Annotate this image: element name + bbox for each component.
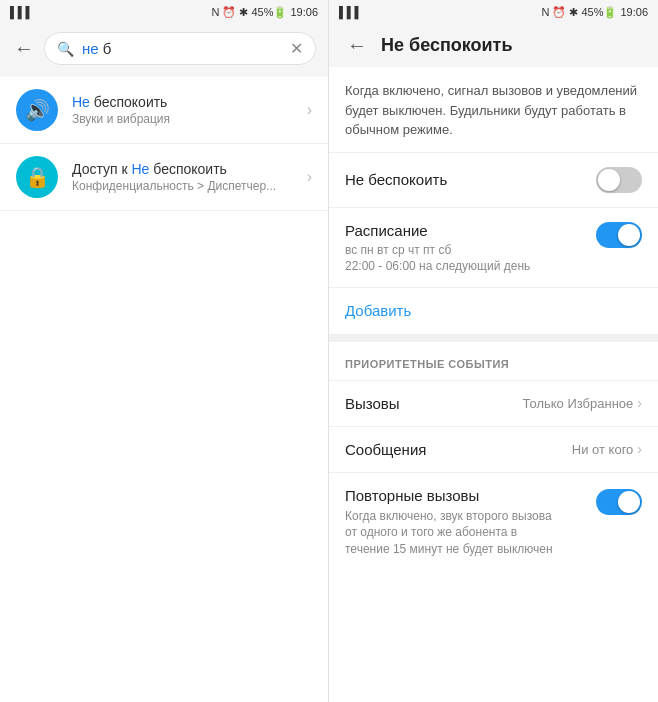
result-prefix-2: Доступ к bbox=[72, 161, 131, 177]
toggle-knob-1 bbox=[598, 169, 620, 191]
result-highlight-1: Не bbox=[72, 94, 94, 110]
alarm-icon: ⏰ bbox=[222, 6, 236, 19]
priority-section-header: ПРИОРИТЕТНЫЕ СОБЫТИЯ bbox=[329, 342, 658, 381]
right-status-icons: N ⏰ ✱ 45%🔋 19:06 bbox=[541, 6, 648, 19]
nfc-icon: N bbox=[211, 6, 219, 18]
result-icon-2: 🔒 bbox=[16, 156, 58, 198]
section-header-text: ПРИОРИТЕТНЫЕ СОБЫТИЯ bbox=[345, 358, 509, 370]
schedule-row[interactable]: Расписание вс пн вт ср чт пт сб 22:00 - … bbox=[329, 208, 658, 288]
messages-label: Сообщения bbox=[345, 441, 426, 458]
result-rest-2: беспокоить bbox=[153, 161, 227, 177]
bluetooth-icon: ✱ bbox=[239, 6, 248, 19]
result-icon-1: 🔊 bbox=[16, 89, 58, 131]
search-icon: 🔍 bbox=[57, 41, 74, 57]
calls-row[interactable]: Вызовы Только Избранное › bbox=[329, 381, 658, 427]
repeat-calls-row[interactable]: Повторные вызовы Когда включено, звук вт… bbox=[329, 473, 658, 572]
result-title-1: Не беспокоить bbox=[72, 94, 293, 110]
battery-icon: 45%🔋 bbox=[251, 6, 287, 19]
left-status-icons: N ⏰ ✱ 45%🔋 19:06 bbox=[211, 6, 318, 19]
clear-search-button[interactable]: ✕ bbox=[290, 39, 303, 58]
result-rest-1: беспокоить bbox=[94, 94, 168, 110]
search-highlight: не bbox=[82, 40, 103, 57]
page-title: Не беспокоить bbox=[381, 35, 513, 56]
search-rest: б bbox=[103, 40, 112, 57]
search-text: не б bbox=[82, 40, 282, 57]
battery-icon-right: 45%🔋 bbox=[581, 6, 617, 19]
messages-value-container: Ни от кого › bbox=[572, 441, 642, 457]
chevron-icon-1: › bbox=[307, 101, 312, 119]
search-result-2[interactable]: 🔒 Доступ к Не беспокоить Конфиденциально… bbox=[0, 144, 328, 211]
calls-value-container: Только Избранное › bbox=[523, 395, 642, 411]
result-subtitle-2: Конфиденциальность > Диспетчер... bbox=[72, 179, 293, 193]
signal-icon: ▌▌▌ bbox=[10, 6, 33, 18]
toggle-knob-3 bbox=[618, 491, 640, 513]
back-button-right[interactable]: ← bbox=[345, 34, 369, 57]
time-display-right: 19:06 bbox=[620, 6, 648, 18]
repeat-calls-toggle[interactable] bbox=[596, 489, 642, 515]
description-block: Когда включено, сигнал вызовов и уведомл… bbox=[329, 67, 658, 153]
result-subtitle-1: Звуки и вибрация bbox=[72, 112, 293, 126]
do-not-disturb-label: Не беспокоить bbox=[345, 171, 447, 188]
result-text-2: Доступ к Не беспокоить Конфиденциальност… bbox=[72, 161, 293, 193]
schedule-days: вс пн вт ср чт пт сб bbox=[345, 243, 530, 257]
right-panel: ▌▌▌ N ⏰ ✱ 45%🔋 19:06 ← Не беспокоить Ког… bbox=[329, 0, 658, 702]
result-text-1: Не беспокоить Звуки и вибрация bbox=[72, 94, 293, 126]
signal-icon-right: ▌▌▌ bbox=[339, 6, 362, 18]
search-results-list: 🔊 Не беспокоить Звуки и вибрация › 🔒 Дос… bbox=[0, 77, 328, 702]
schedule-title: Расписание bbox=[345, 222, 530, 239]
time-display-left: 19:06 bbox=[290, 6, 318, 18]
schedule-time: 22:00 - 06:00 на следующий день bbox=[345, 259, 530, 273]
do-not-disturb-toggle[interactable] bbox=[596, 167, 642, 193]
chevron-icon-2: › bbox=[307, 168, 312, 186]
nfc-icon-right: N bbox=[541, 6, 549, 18]
toggle-knob-2 bbox=[618, 224, 640, 246]
repeat-calls-title: Повторные вызовы bbox=[345, 487, 565, 504]
left-status-bar: ▌▌▌ N ⏰ ✱ 45%🔋 19:06 bbox=[0, 0, 328, 24]
calls-label: Вызовы bbox=[345, 395, 400, 412]
search-input-container[interactable]: 🔍 не б ✕ bbox=[44, 32, 316, 65]
messages-row[interactable]: Сообщения Ни от кого › bbox=[329, 427, 658, 473]
left-panel: ▌▌▌ N ⏰ ✱ 45%🔋 19:06 ← 🔍 не б ✕ 🔊 bbox=[0, 0, 329, 702]
calls-chevron-icon: › bbox=[637, 395, 642, 411]
right-header: ← Не беспокоить bbox=[329, 24, 658, 67]
result-highlight-2: Не bbox=[131, 161, 153, 177]
alarm-icon-right: ⏰ bbox=[552, 6, 566, 19]
description-text: Когда включено, сигнал вызовов и уведомл… bbox=[345, 81, 642, 140]
messages-chevron-icon: › bbox=[637, 441, 642, 457]
repeat-calls-desc: Когда включено, звук второго вызова от о… bbox=[345, 508, 565, 558]
result-title-2: Доступ к Не беспокоить bbox=[72, 161, 293, 177]
schedule-info: Расписание вс пн вт ср чт пт сб 22:00 - … bbox=[345, 222, 530, 273]
messages-value: Ни от кого bbox=[572, 442, 634, 457]
add-button-label[interactable]: Добавить bbox=[345, 302, 411, 319]
right-status-bar: ▌▌▌ N ⏰ ✱ 45%🔋 19:06 bbox=[329, 0, 658, 24]
right-content: Когда включено, сигнал вызовов и уведомл… bbox=[329, 67, 658, 702]
back-button-left[interactable]: ← bbox=[12, 37, 36, 60]
bluetooth-icon-right: ✱ bbox=[569, 6, 578, 19]
add-button-row[interactable]: Добавить bbox=[329, 288, 658, 342]
search-result-1[interactable]: 🔊 Не беспокоить Звуки и вибрация › bbox=[0, 77, 328, 144]
schedule-toggle[interactable] bbox=[596, 222, 642, 248]
search-bar: ← 🔍 не б ✕ bbox=[0, 24, 328, 73]
do-not-disturb-row[interactable]: Не беспокоить bbox=[329, 153, 658, 208]
repeat-calls-info: Повторные вызовы Когда включено, звук вт… bbox=[345, 487, 565, 558]
calls-value: Только Избранное bbox=[523, 396, 634, 411]
